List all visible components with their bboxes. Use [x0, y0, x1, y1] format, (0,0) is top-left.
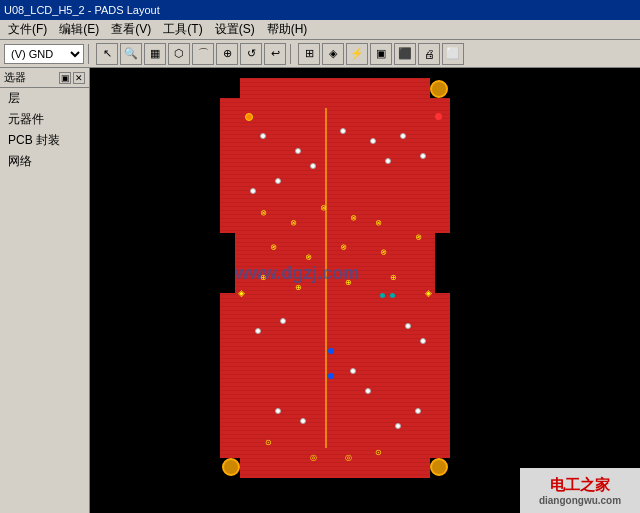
sidebar-item-pcb-footprint[interactable]: PCB 封装 [0, 130, 89, 151]
canvas-area[interactable]: ⊕ ⊕ ⊕ ⊕ ⊕ ⊕ ⊕ ⊕ ⊕ ⊕ ⊕ ⊕ ⊕ ⊕ ⊙ ⊙ ◎ ◎ ◈ ◈ … [90, 68, 640, 513]
title-text: U08_LCD_H5_2 - PADS Layout [4, 4, 160, 16]
pad-18 [300, 418, 306, 424]
pad-7 [370, 138, 376, 144]
pad-3 [310, 163, 316, 169]
pad-13 [405, 323, 411, 329]
title-bar: U08_LCD_H5_2 - PADS Layout [0, 0, 640, 20]
pad-6 [340, 128, 346, 134]
pad-14 [420, 338, 426, 344]
pad-orange-1 [245, 113, 253, 121]
sidebar-header-icons: ▣ ✕ [59, 72, 85, 84]
toolbar-btn-undo[interactable]: ↩ [264, 43, 286, 65]
pad-15 [350, 368, 356, 374]
pad-17 [275, 408, 281, 414]
sidebar-header: 选器 ▣ ✕ [0, 68, 89, 88]
menu-edit[interactable]: 编辑(E) [53, 19, 105, 40]
toolbar-btn-zoom-in[interactable]: 🔍 [120, 43, 142, 65]
pad-teal-2 [390, 293, 395, 298]
pad-10 [420, 153, 426, 159]
sidebar-item-net[interactable]: 网络 [0, 151, 89, 172]
comp-13: ⊕ [345, 278, 352, 287]
menu-help[interactable]: 帮助(H) [261, 19, 314, 40]
pcb-stripes [220, 78, 450, 478]
sidebar-item-components[interactable]: 元器件 [0, 109, 89, 130]
menu-file[interactable]: 文件(F) [2, 19, 53, 40]
toolbar-btn-select[interactable]: ▦ [144, 43, 166, 65]
bottom-watermark-line2: diangongwu.com [539, 495, 621, 506]
menu-bar: 文件(F) 编辑(E) 查看(V) 工具(T) 设置(S) 帮助(H) [0, 20, 640, 40]
pad-19 [395, 423, 401, 429]
sidebar-pin-btn[interactable]: ▣ [59, 72, 71, 84]
pcb-vline [325, 108, 327, 448]
side-cutout-left [220, 233, 235, 293]
comp-14: ⊕ [390, 273, 397, 282]
toolbar-separator-1 [88, 44, 92, 64]
pad-blue-1 [328, 348, 334, 354]
pad-blue-2 [328, 373, 334, 379]
sidebar: 选器 ▣ ✕ 层 元器件 PCB 封装 网络 [0, 68, 90, 513]
toolbar-btn-split[interactable]: ⬛ [394, 43, 416, 65]
pad-12 [280, 318, 286, 324]
menu-settings[interactable]: 设置(S) [209, 19, 261, 40]
pcb-board: ⊕ ⊕ ⊕ ⊕ ⊕ ⊕ ⊕ ⊕ ⊕ ⊕ ⊕ ⊕ ⊕ ⊕ ⊙ ⊙ ◎ ◎ ◈ ◈ [220, 78, 450, 478]
toolbar-separator-2 [290, 44, 294, 64]
comp-17: ◎ [310, 453, 317, 462]
corner-pad-bl [222, 458, 240, 476]
pad-11 [255, 328, 261, 334]
net-selector[interactable]: (V) GND [4, 44, 84, 64]
pad-20 [415, 408, 421, 414]
sidebar-item-layers[interactable]: 层 [0, 88, 89, 109]
toolbar-btn-wire[interactable]: ⌒ [192, 43, 214, 65]
comp-18: ◎ [345, 453, 352, 462]
toolbar-btn-pointer[interactable]: ↖ [96, 43, 118, 65]
pad-2 [295, 148, 301, 154]
side-cutout-right [435, 233, 450, 293]
pad-4 [250, 188, 256, 194]
corner-notch-tl [220, 78, 240, 98]
toolbar-btn-route[interactable]: ⬡ [168, 43, 190, 65]
toolbar-btn-component[interactable]: ⊕ [216, 43, 238, 65]
side-pad-r: ◈ [425, 288, 432, 298]
corner-pad-tr [430, 80, 448, 98]
toolbar-btn-zoom-fit[interactable]: ⊞ [298, 43, 320, 65]
pad-1 [260, 133, 266, 139]
toolbar: (V) GND ↖ 🔍 ▦ ⬡ ⌒ ⊕ ↺ ↩ ⊞ ◈ ⚡ ▣ ⬛ 🖨 ⬜ [0, 40, 640, 68]
menu-tools[interactable]: 工具(T) [157, 19, 208, 40]
menu-view[interactable]: 查看(V) [105, 19, 157, 40]
pad-5 [275, 178, 281, 184]
comp-11: ⊕ [260, 273, 267, 282]
toolbar-btn-design[interactable]: ⬜ [442, 43, 464, 65]
main-layout: 选器 ▣ ✕ 层 元器件 PCB 封装 网络 [0, 68, 640, 513]
bottom-watermark-line1: 电工之家 [550, 476, 610, 495]
pad-8 [400, 133, 406, 139]
pad-teal-1 [380, 293, 385, 298]
sidebar-title: 选器 [4, 70, 26, 85]
sidebar-close-btn[interactable]: ✕ [73, 72, 85, 84]
toolbar-btn-drc[interactable]: ⚡ [346, 43, 368, 65]
comp-16: ⊙ [375, 448, 382, 457]
pad-9 [385, 158, 391, 164]
corner-pad-br [430, 458, 448, 476]
bottom-watermark: 电工之家 diangongwu.com [520, 468, 640, 513]
pad-red-1 [435, 113, 442, 120]
toolbar-btn-3d[interactable]: ◈ [322, 43, 344, 65]
side-pad-l: ◈ [238, 288, 245, 298]
comp-15: ⊙ [265, 438, 272, 447]
comp-12: ⊕ [295, 283, 302, 292]
toolbar-btn-flood[interactable]: ▣ [370, 43, 392, 65]
pad-16 [365, 388, 371, 394]
toolbar-btn-net[interactable]: ↺ [240, 43, 262, 65]
toolbar-btn-cam[interactable]: 🖨 [418, 43, 440, 65]
